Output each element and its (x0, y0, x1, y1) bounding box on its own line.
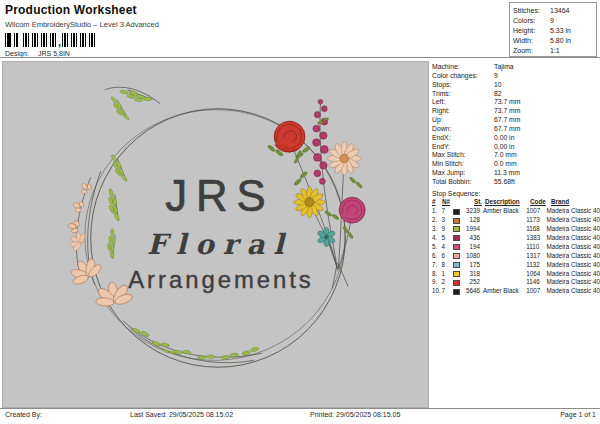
info-row: Right: 73.7 mm (432, 107, 600, 116)
stop-sequence-row: 4. 5 436 1383 Madeira Classic 40 (432, 234, 600, 243)
info-value: 9 (550, 16, 554, 26)
stop-sequence-row: 2. 3 128 1173 Madeira Classic 40 (432, 216, 600, 225)
thread-color-swatch (453, 226, 462, 232)
thread-code: 1173 (525, 216, 546, 225)
col-header-brand: Brand (551, 198, 600, 207)
stop-needle: 8 (442, 261, 454, 270)
stop-stitch-count: 318 (462, 270, 480, 279)
barcode-bars-left (5, 33, 57, 47)
col-header-seq: # (432, 198, 442, 207)
design-barcode: , (5, 33, 159, 47)
thread-code: 1007 (525, 207, 546, 216)
stop-seq: 4. (432, 234, 442, 243)
design-summary-panel: Stitches: 13464 Colors: 9 Height: 5.33 i… (509, 2, 597, 57)
thread-color-swatch (453, 289, 462, 295)
info-value: 0.0 mm (494, 160, 517, 169)
design-name-row: Design: JRS 5,8IN (5, 50, 159, 57)
info-row: Color changes: 9 (432, 72, 600, 81)
page-title: Production Worksheet (5, 3, 159, 17)
right-panel: Machine: Tajima Color changes: 9 Stops: … (428, 61, 600, 296)
info-row: Stops: 10 (432, 81, 600, 90)
info-row: Stitches: 13464 (513, 6, 593, 16)
info-value: 7.0 mm (494, 151, 517, 160)
info-label: Up: (432, 116, 494, 125)
stop-sequence-row: 1. 7 3239 Amber Black 1007 Madeira Class… (432, 207, 600, 216)
info-label: Min Stitch: (432, 160, 494, 169)
production-worksheet-page: Production Worksheet Wilcom EmbroiderySt… (0, 0, 600, 424)
stop-sequence-row: 9. 2 252 1146 Madeira Classic 40 (432, 278, 600, 287)
info-value: 0.00 in (494, 143, 514, 152)
info-value: 11.3 mm (494, 169, 520, 178)
stop-stitch-count: 1994 (462, 225, 480, 234)
info-row: Left: 73.7 mm (432, 98, 600, 107)
footer-divider (0, 408, 600, 409)
app-subtitle: Wilcom EmbroideryStudio – Level 3 Advanc… (5, 20, 159, 29)
info-label: Colors: (513, 16, 550, 26)
info-row: EndX: 0.00 in (432, 134, 600, 143)
info-value: 82 (494, 90, 502, 99)
info-value: 5.33 in (550, 26, 571, 36)
info-label: Stops: (432, 81, 494, 90)
col-header-code: Code (529, 198, 551, 207)
thread-color-swatch (453, 253, 462, 259)
design-text-jrs: JRS (165, 171, 274, 220)
design-label: Design: (5, 50, 38, 57)
peach-daisy-flower (327, 142, 361, 176)
stop-needle: 3 (442, 216, 454, 225)
stop-stitch-count: 1080 (462, 252, 480, 261)
thread-description: Amber Black (480, 287, 525, 296)
info-row: Colors: 9 (513, 16, 593, 26)
stop-needle: 7 (442, 287, 454, 296)
thread-code: 1146 (525, 278, 546, 287)
top-left-sprig (105, 86, 161, 124)
info-row: Width: 5.80 in (513, 36, 593, 46)
stop-sequence-header-row: # N# St. Description Code Brand (432, 198, 600, 207)
stop-seq: 9. (432, 278, 442, 287)
pink-rose-flower (339, 197, 365, 223)
info-row: Min Stitch: 0.0 mm (432, 160, 600, 169)
info-row: Total Bobbin: 55.68ft (432, 178, 600, 187)
stop-sequence-row: 5. 4 194 1110 Madeira Classic 40 (432, 243, 600, 252)
info-value: 10 (494, 81, 502, 90)
stop-sequence-row: 7. 8 175 1132 Madeira Classic 40 (432, 261, 600, 270)
stop-sequence-rows: 1. 7 3239 Amber Black 1007 Madeira Class… (432, 207, 600, 296)
footer-page-number: Page 1 of 1 (560, 411, 596, 418)
info-value: 9 (494, 72, 498, 81)
stop-stitch-count: 175 (462, 261, 480, 270)
info-row: Up: 67.7 mm (432, 116, 600, 125)
info-row: Max Stitch: 7.0 mm (432, 151, 600, 160)
barcode-bars-right (62, 33, 98, 47)
info-row: Height: 5.33 in (513, 26, 593, 36)
info-label: Machine: (432, 63, 494, 72)
info-label: Max Jump: (432, 169, 494, 178)
thread-brand: Madeira Classic 40 (546, 207, 600, 216)
stop-needle: 2 (442, 278, 454, 287)
stop-needle: 4 (442, 243, 454, 252)
embroidery-design-artwork: JRS Floral Arrangements (3, 62, 428, 407)
info-label: Zoom: (513, 46, 550, 56)
stop-sequence-row: 8. 1 318 1064 Madeira Classic 40 (432, 270, 600, 279)
info-label: Right: (432, 107, 494, 116)
design-text-floral: Floral (147, 228, 293, 261)
stop-seq: 3. (432, 225, 442, 234)
info-label: Total Bobbin: (432, 178, 494, 187)
footer-printed: Printed: 29/05/2025 08.15.05 (310, 411, 400, 418)
thread-brand: Madeira Classic 40 (546, 243, 600, 252)
info-value: 73.7 mm (494, 107, 520, 116)
design-value: JRS 5,8IN (38, 50, 70, 57)
info-label: Left: (432, 98, 494, 107)
stop-seq: 1. (432, 207, 442, 216)
info-label: EndY: (432, 143, 494, 152)
thread-color-swatch (453, 271, 462, 277)
thread-color-swatch (453, 218, 462, 224)
stop-seq: 2. (432, 216, 442, 225)
info-value: 5.80 in (550, 36, 571, 46)
thread-color-swatch (453, 280, 462, 286)
design-text-arrangements: Arrangements (128, 266, 314, 293)
thread-brand: Madeira Classic 40 (546, 225, 600, 234)
thread-color-swatch (453, 235, 462, 241)
info-label: EndX: (432, 134, 494, 143)
stop-seq: 7. (432, 261, 442, 270)
machine-info-panel: Machine: Tajima Color changes: 9 Stops: … (428, 61, 600, 187)
info-row: Down: 67.7 mm (432, 125, 600, 134)
